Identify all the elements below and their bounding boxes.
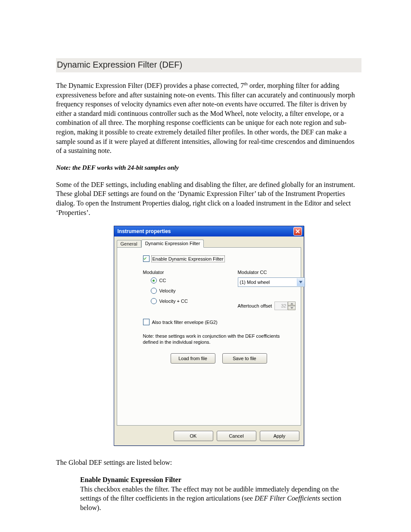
close-button[interactable] xyxy=(293,227,302,236)
tabs: General Dynamic Expression Filter xyxy=(114,236,304,247)
aftertouch-label: Aftertouch offset xyxy=(238,303,272,308)
dialog-titlebar[interactable]: Instrument properties xyxy=(114,226,304,236)
load-from-file-button[interactable]: Load from file xyxy=(171,353,215,364)
tab-def[interactable]: Dynamic Expression Filter xyxy=(141,240,204,248)
tab-general[interactable]: General xyxy=(117,240,141,248)
enable-def-label: Enable Dynamic Expression Filter xyxy=(152,256,224,261)
cancel-button[interactable]: Cancel xyxy=(217,431,256,441)
listed-below-paragraph: The Global DEF settings are listed below… xyxy=(56,458,361,467)
def-term-enable: Enable Dynamic Expression Filter xyxy=(80,476,361,484)
instrument-properties-dialog: Instrument properties General Dynamic Ex… xyxy=(114,226,304,446)
radio-velocity-cc[interactable] xyxy=(151,298,157,304)
close-icon xyxy=(296,229,300,233)
radio-velocity-label: Velocity xyxy=(159,288,176,293)
ref-def-filter-coefficients: DEF Filter Coefficients xyxy=(255,495,320,502)
aftertouch-value[interactable]: 32 xyxy=(274,302,288,310)
chevron-down-icon[interactable] xyxy=(297,278,305,286)
radio-velocity[interactable] xyxy=(151,288,157,294)
enable-def-row[interactable]: Enable Dynamic Expression Filter xyxy=(143,255,295,262)
track-eg2-label: Also track filter envelope (EG2) xyxy=(152,320,218,325)
radio-velocity-cc-label: Velocity + CC xyxy=(159,299,188,304)
checkmark-icon xyxy=(143,256,146,261)
note-24bit: Note: the DEF works with 24-bit samples … xyxy=(56,164,361,171)
text: The Dynamic Expression Filter (DEF) prov… xyxy=(56,82,244,89)
ordinal-suffix: th xyxy=(244,81,248,86)
modulator-cc-combo[interactable]: (1) Mod wheel xyxy=(238,277,305,287)
section-heading: Dynamic Expression Filter (DEF) xyxy=(56,58,361,72)
spin-up-button[interactable] xyxy=(288,302,296,306)
radio-cc-label: CC xyxy=(159,278,166,283)
global-settings-paragraph: Some of the DEF settings, including enab… xyxy=(56,180,361,217)
radio-cc-row[interactable]: CC xyxy=(151,277,221,283)
apply-rest: pply xyxy=(277,433,285,439)
dialog-footer: OK Cancel Apply xyxy=(114,428,304,445)
dialog-note-text: Note: these settings work in conjunction… xyxy=(143,333,295,345)
radio-velocity-row[interactable]: Velocity xyxy=(151,288,221,294)
apply-button[interactable]: Apply xyxy=(260,431,299,441)
spin-down-button[interactable] xyxy=(288,306,296,310)
apply-mnemonic: A xyxy=(274,433,277,439)
radio-cc[interactable] xyxy=(151,277,157,283)
radio-velocity-cc-row[interactable]: Velocity + CC xyxy=(151,298,221,304)
modulator-cc-label: Modulator CC xyxy=(238,270,305,275)
tab-panel-def: Enable Dynamic Expression Filter Modulat… xyxy=(117,247,301,426)
modulator-cc-value: (1) Mod wheel xyxy=(240,280,270,285)
ok-button[interactable]: OK xyxy=(174,431,213,441)
text: order, morphing filter for adding expres… xyxy=(56,82,355,154)
save-to-file-button[interactable]: Save to file xyxy=(222,353,267,364)
aftertouch-spinner[interactable]: 32 xyxy=(274,302,296,310)
modulator-label: Modulator xyxy=(143,270,221,275)
enable-def-checkbox[interactable] xyxy=(143,255,149,262)
track-eg2-row[interactable]: Also track filter envelope (EG2) xyxy=(143,319,295,325)
track-eg2-checkbox[interactable] xyxy=(143,319,149,325)
dialog-title: Instrument properties xyxy=(118,228,171,234)
def-desc-enable: This checkbox enables the filter. The ef… xyxy=(80,485,361,513)
intro-paragraph: The Dynamic Expression Filter (DEF) prov… xyxy=(56,81,361,156)
